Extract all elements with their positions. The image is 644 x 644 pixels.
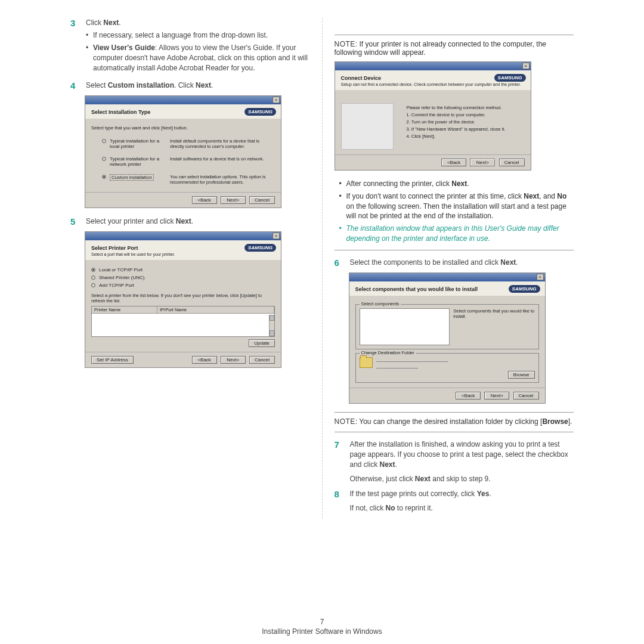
s8e: No [386,504,395,512]
fieldset-destination: Change Destination Folder Browse [355,353,539,382]
dialog-installation-type: × Select Installation Type SAMSUNG Selec… [85,95,281,208]
s4a: Select [86,81,108,89]
ab2e: on the following screen. Then the instal… [346,202,566,221]
note-connect: NOTE: If your printer is not already con… [335,40,574,57]
dlgc-lead: Please refer to the following connection… [407,105,525,110]
device-illustration [341,103,394,150]
note1-label: NOTE [335,40,355,48]
scrollbar[interactable] [269,315,274,336]
s7c: . [395,460,397,469]
close-icon[interactable]: × [522,63,530,69]
s4b: Custom installation [108,81,174,89]
note2-c: Browse [542,417,568,426]
back-button[interactable]: <Back [192,356,217,364]
note2-b: : You can change the desired installatio… [355,417,543,426]
step-7-text: After the installation is finished, a wi… [350,439,574,485]
r1-label: Local or TCP/IP Port [99,267,143,273]
radio-custom[interactable]: Custom installationYou can select instal… [102,174,273,185]
dlgc-header: Connect Device Setup can not find a conn… [335,70,531,90]
s4e: . [211,81,213,89]
step-8: 8 If the test page prints out correctly,… [335,489,574,513]
printer-list[interactable]: Printer Name IP/Port Name [91,306,275,337]
s8f: to reprint it. [395,504,433,512]
dialog5-titlebar: × [85,232,281,240]
step-3-text: Click Next. If necessary, select a langu… [86,18,310,76]
next-button[interactable]: Next> [484,392,509,400]
step-5-text: Select your printer and click Next. [86,216,310,227]
s7e: Next [415,475,431,483]
set-ip-button[interactable]: Set IP Address [91,356,134,364]
s5b: Next [176,217,191,225]
cancel-button[interactable]: Cancel [499,159,525,166]
ab2c: , and [539,192,557,200]
samsung-logo: SAMSUNG [509,285,540,293]
step-3-c: . [119,18,120,27]
samsung-logo: SAMSUNG [244,244,276,252]
s6a: Select the components to be installed an… [350,258,501,267]
folder-icon [360,357,373,368]
back-button[interactable]: <Back [441,159,466,166]
s4c: . Click [174,81,196,89]
step-3-number: 3 [70,18,79,76]
chapter-title: Installing Printer Software in Windows [0,627,644,636]
dlgc-sub: Setup can not find a connected device. C… [341,82,525,86]
s6b: Next [500,258,516,267]
step-3-bullet-1: If necessary, select a language from the… [86,30,310,41]
dlgc-i3: 3. If "New Hardware Wizard" is appeared,… [407,126,525,132]
close-icon[interactable]: × [273,233,280,239]
ab1c: . [467,179,469,188]
page-number: 7 [0,618,644,626]
next-button[interactable]: Next> [470,159,495,166]
rule [335,35,574,35]
step-8-number: 8 [335,489,343,513]
samsung-logo: SAMSUNG [494,74,526,82]
rule [335,250,574,250]
fieldset-components: Select components Select components that… [355,304,539,349]
dialog5-help: Select a printer from the list below. If… [91,293,275,304]
radio-typical-local[interactable]: Typical installation for a local printer… [102,138,273,149]
step-4-text: Select Custom installation. Click Next. [86,80,310,91]
samsung-logo: SAMSUNG [244,108,276,116]
browse-button[interactable]: Browse [508,371,535,379]
opt3-desc: You can select installation options. Thi… [170,174,273,185]
radio-typical-network[interactable]: Typical installation for a network print… [102,156,273,167]
opt1-desc: Install default components for a device … [170,138,273,149]
back-button[interactable]: <Back [192,196,217,204]
close-icon[interactable]: × [273,97,280,103]
step-5-number: 5 [70,216,79,227]
step-6-number: 6 [335,258,343,268]
dlgc-titlebar: × [335,62,531,70]
radio-shared[interactable]: Shared Printer (UNC) [91,275,275,280]
path-line-2 [376,365,418,369]
cancel-button[interactable]: Cancel [249,356,275,364]
close-icon[interactable]: × [537,274,544,280]
dialog5-sub: Select a port that will be used for your… [91,252,275,256]
cancel-button[interactable]: Cancel [513,392,539,400]
ab1a: After connecting the printer, click [346,179,452,188]
dialog-connect-device: × Connect Device Setup can not find a co… [335,61,531,171]
components-desc: Select components that you would like to… [453,308,534,345]
opt3-label: Custom installation [110,174,166,181]
dlgc-i1: 1. Connect the device to your computer. [407,112,525,117]
s8d: If not, click [350,504,386,512]
left-column: 3 Click Next. If necessary, select a lan… [66,18,315,518]
next-button[interactable]: Next> [221,356,246,364]
radio-local-tcp[interactable]: Local or TCP/IP Port [91,267,275,273]
step-4-number: 4 [70,80,79,91]
radio-add-tcp[interactable]: Add TCP/IP Port [91,283,275,288]
ab1b: Next [451,179,467,188]
radio-icon [102,157,106,161]
back-button[interactable]: <Back [456,392,481,400]
legend-components: Select components [360,301,401,306]
step-3-a: Click [86,18,103,27]
opt2-label: Typical installation for a network print… [110,156,166,167]
dlgc-i2: 2. Turn on the power of the device. [407,119,525,125]
legend-destination: Change Destination Folder [360,350,416,355]
next-button[interactable]: Next> [221,196,246,204]
components-list[interactable] [360,308,450,345]
cancel-button[interactable]: Cancel [249,196,275,204]
col-printer-name: Printer Name [92,306,157,313]
column-divider [322,18,323,518]
rule [335,432,574,432]
update-button[interactable]: Update [249,339,275,347]
